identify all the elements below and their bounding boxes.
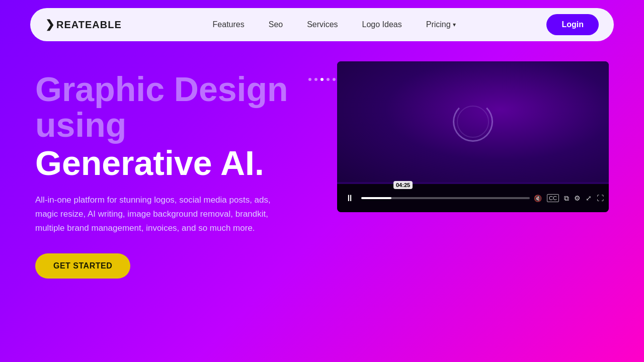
logo-text: REATEABLE: [56, 19, 122, 31]
nav-item-logo-ideas[interactable]: Logo Ideas: [362, 20, 402, 29]
navbar: ❯ REATEABLE Features Seo Services Logo I…: [30, 8, 614, 41]
hero-title-line2: using: [35, 107, 297, 143]
login-button[interactable]: Login: [546, 14, 599, 35]
nav-item-seo[interactable]: Seo: [269, 20, 283, 29]
video-body: [337, 61, 609, 182]
dot-2[interactable]: [314, 78, 317, 81]
pip-icon[interactable]: ⧉: [564, 194, 569, 203]
nav-link-pricing[interactable]: Pricing ▾: [426, 20, 456, 29]
nav-links: Features Seo Services Logo Ideas Pricing…: [213, 20, 456, 29]
video-icon-controls: 🔇 CC ⧉ ⚙ ⤢ ⛶: [534, 194, 604, 203]
nav-item-pricing[interactable]: Pricing ▾: [426, 20, 456, 29]
fullscreen-icon[interactable]: ⛶: [597, 194, 604, 202]
size-icon[interactable]: ⤢: [586, 194, 592, 202]
nav-link-features[interactable]: Features: [213, 20, 245, 29]
progress-fill: [361, 197, 391, 199]
loading-spinner: [453, 102, 493, 142]
pause-button[interactable]: ⏸: [342, 191, 357, 206]
hero-subtitle: All-in-one platform for stunning logos, …: [35, 193, 277, 235]
cta-button[interactable]: GET STARTED: [35, 253, 130, 279]
progress-bar[interactable]: [361, 197, 530, 199]
hero-title-line3: Generative AI.: [35, 145, 297, 181]
nav-item-services[interactable]: Services: [307, 20, 338, 29]
timestamp-bubble: 04:25: [393, 181, 413, 189]
volume-icon[interactable]: 🔇: [534, 195, 542, 202]
hero-title-line1: Graphic Design: [35, 71, 297, 107]
nav-link-seo[interactable]: Seo: [269, 20, 283, 29]
settings-icon[interactable]: ⚙: [574, 194, 581, 202]
slide-dots: [308, 78, 336, 81]
dot-3[interactable]: [320, 78, 324, 81]
nav-link-services[interactable]: Services: [307, 20, 338, 29]
captions-icon[interactable]: CC: [547, 194, 559, 202]
dot-1[interactable]: [308, 78, 311, 81]
hero-section: Graphic Design using Generative AI. All-…: [0, 41, 644, 279]
dot-4[interactable]: [327, 78, 330, 81]
nav-link-logo-ideas[interactable]: Logo Ideas: [362, 20, 402, 29]
chevron-down-icon: ▾: [453, 21, 456, 28]
dot-5[interactable]: [333, 78, 336, 81]
hero-text: Graphic Design using Generative AI. All-…: [35, 66, 297, 279]
video-controls: ⏸ 04:25 🔇 CC ⧉ ⚙ ⤢ ⛶: [337, 184, 609, 212]
logo-icon: ❯: [45, 18, 54, 31]
video-player: ⏸ 04:25 🔇 CC ⧉ ⚙ ⤢ ⛶: [337, 61, 609, 212]
logo[interactable]: ❯ REATEABLE: [45, 18, 122, 31]
nav-item-features[interactable]: Features: [213, 20, 245, 29]
